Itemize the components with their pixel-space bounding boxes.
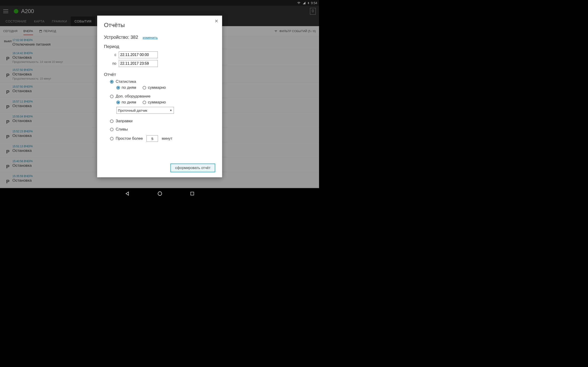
svg-rect-1 bbox=[191, 192, 194, 195]
report-section-label: Отчёт bbox=[104, 72, 215, 77]
radio-stats-byday[interactable] bbox=[116, 86, 120, 90]
to-input[interactable] bbox=[119, 60, 158, 67]
from-input[interactable] bbox=[119, 51, 158, 58]
reports-modal: ✕ Отчёты Устройство: 382 изменить Период… bbox=[97, 16, 222, 177]
recents-icon[interactable] bbox=[190, 191, 195, 196]
period-section-label: Период bbox=[104, 44, 215, 49]
radio-refuel[interactable] bbox=[110, 119, 113, 123]
radio-drain[interactable] bbox=[110, 128, 113, 131]
back-icon[interactable] bbox=[125, 191, 130, 196]
from-label: с bbox=[104, 53, 116, 57]
device-line: Устройство: 382 изменить bbox=[104, 35, 215, 40]
radio-equip-summary[interactable] bbox=[143, 101, 146, 104]
radio-statistics[interactable] bbox=[110, 80, 113, 83]
android-navbar bbox=[0, 188, 319, 199]
radio-idle[interactable] bbox=[110, 137, 113, 140]
modal-title: Отчёты bbox=[104, 22, 215, 29]
modal-overlay[interactable]: ✕ Отчёты Устройство: 382 изменить Период… bbox=[0, 0, 319, 199]
svg-point-0 bbox=[158, 192, 162, 196]
sensor-select[interactable]: Проточный датчик ▼ bbox=[116, 107, 174, 114]
chevron-down-icon: ▼ bbox=[170, 109, 172, 112]
generate-report-button[interactable]: сформировать отчёт bbox=[170, 164, 215, 172]
change-device-link[interactable]: изменить bbox=[143, 35, 157, 40]
idle-minutes-input[interactable] bbox=[147, 135, 158, 142]
radio-equipment[interactable] bbox=[110, 95, 113, 98]
radio-stats-summary[interactable] bbox=[143, 86, 146, 90]
radio-equip-byday[interactable] bbox=[116, 101, 120, 104]
to-label: по bbox=[104, 61, 116, 66]
home-icon[interactable] bbox=[157, 191, 162, 196]
close-icon[interactable]: ✕ bbox=[215, 18, 218, 24]
